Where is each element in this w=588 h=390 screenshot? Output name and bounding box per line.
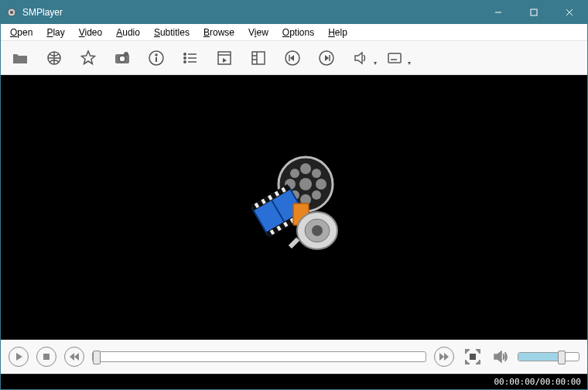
- subtitle-dropdown-icon[interactable]: ▾: [385, 48, 405, 68]
- minimize-button[interactable]: [480, 1, 516, 24]
- seek-slider[interactable]: [92, 351, 426, 362]
- svg-point-11: [156, 54, 157, 56]
- svg-point-15: [184, 56, 186, 58]
- volume-icon[interactable]: [491, 347, 510, 367]
- svg-rect-19: [218, 52, 231, 64]
- menu-video[interactable]: Video: [73, 26, 108, 39]
- maximize-button[interactable]: [516, 1, 552, 24]
- svg-rect-9: [125, 53, 128, 55]
- statusbar: 00:00:00 / 00:00:00: [1, 374, 587, 389]
- svg-rect-21: [252, 52, 265, 64]
- menu-options[interactable]: Options: [276, 26, 320, 39]
- chevron-down-icon: ▾: [408, 60, 411, 67]
- svg-point-38: [312, 169, 321, 178]
- svg-point-1: [10, 11, 13, 14]
- time-total: 00:00:00: [540, 377, 581, 387]
- svg-point-36: [316, 179, 326, 190]
- menu-open[interactable]: Open: [4, 26, 39, 39]
- window-title: SMPlayer: [22, 7, 480, 18]
- stop-button[interactable]: [36, 347, 56, 367]
- film-icon[interactable]: [214, 48, 234, 68]
- menubar: Open Play Video Audio Subtitles Browse V…: [1, 24, 587, 41]
- volume-slider[interactable]: [518, 352, 579, 361]
- menu-subtitles[interactable]: Subtitles: [148, 26, 196, 39]
- menu-audio[interactable]: Audio: [110, 26, 146, 39]
- svg-point-37: [290, 169, 299, 178]
- open-folder-icon[interactable]: [10, 48, 30, 68]
- chevron-down-icon: ▾: [374, 60, 377, 67]
- svg-rect-3: [531, 9, 537, 15]
- svg-point-40: [312, 190, 321, 200]
- svg-rect-60: [470, 354, 476, 360]
- speaker-dropdown-icon[interactable]: ▾: [350, 48, 371, 68]
- volume-fill: [518, 353, 561, 361]
- info-icon[interactable]: [146, 48, 166, 68]
- globe-icon[interactable]: [44, 48, 64, 68]
- menu-view[interactable]: View: [242, 26, 275, 39]
- svg-point-17: [184, 60, 186, 62]
- seek-thumb[interactable]: [93, 351, 101, 364]
- svg-point-8: [119, 56, 125, 62]
- toolbar: ▾ ▾: [1, 41, 587, 75]
- panel-icon[interactable]: [248, 48, 268, 68]
- app-icon: [5, 6, 18, 19]
- fullscreen-button[interactable]: [462, 346, 484, 368]
- menu-help[interactable]: Help: [322, 26, 354, 39]
- volume-thumb[interactable]: [558, 351, 566, 364]
- list-icon[interactable]: [180, 48, 200, 68]
- close-button[interactable]: [552, 1, 587, 24]
- skip-next-icon[interactable]: [316, 48, 337, 68]
- svg-rect-29: [388, 53, 401, 63]
- svg-point-13: [184, 53, 186, 54]
- video-area[interactable]: [1, 75, 587, 340]
- play-button[interactable]: [9, 347, 29, 367]
- titlebar: SMPlayer: [1, 1, 587, 24]
- skip-previous-icon[interactable]: [282, 48, 303, 68]
- svg-point-58: [312, 225, 323, 236]
- camera-icon[interactable]: [112, 48, 132, 68]
- playback-controls: [1, 340, 587, 374]
- rewind-button[interactable]: [64, 347, 84, 367]
- time-separator: /: [535, 377, 540, 387]
- time-current: 00:00:00: [494, 377, 535, 387]
- menu-play[interactable]: Play: [40, 26, 70, 39]
- star-icon[interactable]: [78, 48, 98, 68]
- menu-browse[interactable]: Browse: [197, 26, 241, 39]
- svg-point-32: [299, 178, 312, 190]
- forward-button[interactable]: [434, 347, 454, 367]
- svg-point-33: [300, 163, 311, 174]
- smplayer-logo: [236, 149, 352, 265]
- svg-rect-59: [43, 354, 50, 360]
